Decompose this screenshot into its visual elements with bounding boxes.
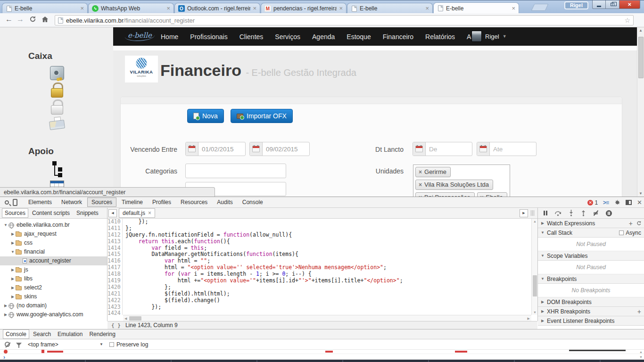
step-over-icon[interactable] xyxy=(554,210,561,216)
tab-close-icon[interactable]: × xyxy=(253,6,256,11)
nav-item-estoque[interactable]: Estoque xyxy=(344,33,373,41)
add-icon[interactable]: + xyxy=(629,221,633,226)
close-button[interactable]: ✕ xyxy=(619,0,640,9)
devtools-tab-sources[interactable]: Sources xyxy=(87,197,116,207)
line-number[interactable]: 1422 xyxy=(107,297,123,304)
section-header-event-listener-breakpoints[interactable]: ▶Event Listener Breakpoints xyxy=(538,316,644,326)
nav-item-financeiro[interactable]: Financeiro xyxy=(380,33,416,41)
expanded-arrow-icon[interactable]: ▼ xyxy=(3,221,8,230)
expanded-arrow-icon[interactable]: ▼ xyxy=(10,247,16,256)
scroll-down-icon[interactable]: ▼ xyxy=(533,311,537,314)
clear-console-icon[interactable] xyxy=(5,342,10,347)
page-scrollbar[interactable]: ▲ ▼ xyxy=(637,27,644,197)
settings-gear-icon[interactable] xyxy=(614,199,620,206)
browser-tab[interactable]: E-belle× xyxy=(433,2,519,14)
vencendo-to-input[interactable]: 09/02/2015 xyxy=(249,142,310,156)
scroll-up-icon[interactable]: ▲ xyxy=(639,350,643,354)
hierarchy-icon[interactable] xyxy=(48,160,65,176)
tab-close-icon[interactable]: × xyxy=(339,6,343,11)
ebelle-logo[interactable]: e-belle xyxy=(125,31,155,41)
tab-close-icon[interactable]: × xyxy=(166,6,170,11)
section-header-dom-breakpoints[interactable]: ▶DOM Breakpoints xyxy=(538,297,644,307)
tree-item-ajax-request[interactable]: ▶ajax_request xyxy=(0,230,107,239)
reload-button[interactable] xyxy=(27,16,38,25)
browser-tab[interactable]: Mpendencias - rigel.ferreira× xyxy=(261,3,347,14)
section-header-breakpoints[interactable]: ▼Breakpoints xyxy=(538,274,644,284)
forward-button[interactable]: → xyxy=(15,15,25,24)
devtools-close-icon[interactable]: ✕ xyxy=(637,199,642,206)
collapsed-arrow-icon[interactable]: ▶ xyxy=(3,310,8,319)
vencendo-from-input[interactable]: 01/02/2015 xyxy=(185,142,246,156)
scrollbar-thumb[interactable] xyxy=(129,316,141,321)
async-toggle[interactable]: Async xyxy=(619,230,641,236)
tree-item-account-register[interactable]: account_register xyxy=(0,256,107,265)
refresh-icon[interactable] xyxy=(636,221,641,226)
minimize-button[interactable] xyxy=(592,0,606,9)
line-number[interactable]: 1412 xyxy=(107,232,123,239)
dt-lancto-de-input[interactable]: De xyxy=(413,142,472,156)
new-tab-button[interactable] xyxy=(531,4,549,11)
padlock-gold-icon[interactable] xyxy=(48,82,65,98)
line-number[interactable]: 1417 xyxy=(107,264,123,271)
tab-close-icon[interactable]: × xyxy=(80,6,84,11)
dt-lancto-ate-input[interactable]: Ate xyxy=(477,142,537,156)
frame-selector[interactable]: <top frame>▼ xyxy=(28,341,103,348)
padlock-silver-icon[interactable] xyxy=(48,99,65,115)
safe-icon[interactable] xyxy=(48,65,65,81)
line-number[interactable]: 1421 xyxy=(107,291,123,297)
section-header-call-stack[interactable]: ▼Call StackAsync xyxy=(538,228,644,238)
line-number[interactable]: 1423 xyxy=(107,304,123,311)
scrollbar-thumb[interactable] xyxy=(533,275,537,296)
tree-item-www-google-analytics-com[interactable]: ▶www.google-analytics.com xyxy=(0,310,107,319)
dock-side-icon[interactable] xyxy=(626,200,632,205)
browser-tab[interactable]: E-belle× xyxy=(347,3,433,14)
address-bar[interactable]: ebelle.vilarika.com.br/financial/account… xyxy=(55,15,634,25)
device-mode-icon[interactable] xyxy=(13,199,17,206)
remove-tag-icon[interactable]: × xyxy=(419,181,422,188)
devtools-tab-timeline[interactable]: Timeline xyxy=(117,197,147,207)
editor-horizontal-scrollbar[interactable]: ◀ ▶ xyxy=(123,315,531,321)
scroll-left-icon[interactable]: ◀ xyxy=(124,317,127,321)
tree-item-css[interactable]: ▶css xyxy=(0,239,107,247)
devtools-tab-audits[interactable]: Audits xyxy=(213,197,237,207)
navigator-tab-snippets[interactable]: Snippets xyxy=(74,208,101,218)
tree-item-financial[interactable]: ▼financial xyxy=(0,247,107,256)
line-number[interactable]: 1414 xyxy=(107,245,123,252)
file-tab[interactable]: default.js× xyxy=(119,208,155,218)
section-header-watch-expressions[interactable]: ▶Watch Expressions+ xyxy=(538,219,644,228)
maximize-button[interactable] xyxy=(606,0,619,9)
tree-item-ebelle-vilarika-com-br[interactable]: ▼ebelle.vilarika.com.br xyxy=(0,221,107,230)
add-icon[interactable]: + xyxy=(637,309,641,314)
error-count-badge[interactable]: ✕1 xyxy=(587,199,598,206)
line-number[interactable]: 1411 xyxy=(107,225,123,232)
tree-item-skins[interactable]: ▶skins xyxy=(0,292,107,301)
step-into-icon[interactable] xyxy=(569,210,574,216)
pause-script-icon[interactable] xyxy=(544,211,547,215)
importar-ofx-button[interactable]: Importar OFX xyxy=(231,109,293,123)
section-header-scope-variables[interactable]: ▼Scope Variables xyxy=(538,251,644,261)
remove-tag-icon[interactable]: × xyxy=(419,169,422,175)
user-menu[interactable]: Rigel ▼ xyxy=(471,31,507,42)
devtools-tab-profiles[interactable]: Profiles xyxy=(148,197,175,207)
unidades-tag[interactable]: ×Ebelle xyxy=(477,192,507,197)
async-checkbox[interactable] xyxy=(619,230,624,235)
tree-item-libs[interactable]: ▶libs xyxy=(0,274,107,283)
scroll-up-icon[interactable]: ▲ xyxy=(533,220,537,223)
profile-button[interactable]: Rigel xyxy=(564,1,588,9)
pause-on-exceptions-icon[interactable] xyxy=(606,210,612,216)
collapsed-arrow-icon[interactable]: ▶ xyxy=(10,274,16,283)
nav-item-clientes[interactable]: Clientes xyxy=(237,33,266,41)
browser-tab[interactable]: WhatsApp Web× xyxy=(88,3,174,14)
collapsed-arrow-icon[interactable]: ▶ xyxy=(10,239,16,247)
console-prompt-row[interactable]: › xyxy=(0,354,644,360)
devtools-tab-elements[interactable]: Elements xyxy=(24,197,56,207)
preserve-log-toggle[interactable]: Preserve log xyxy=(109,341,148,348)
cash-register-icon[interactable] xyxy=(48,116,65,132)
pretty-print-icon[interactable]: { } xyxy=(111,322,121,329)
collapsed-arrow-icon[interactable]: ▶ xyxy=(3,301,8,310)
drawer-tab-emulation[interactable]: Emulation xyxy=(55,329,85,339)
line-number[interactable]: 1415 xyxy=(107,251,123,258)
categorias-input[interactable] xyxy=(185,164,286,178)
scroll-down-icon[interactable]: ▼ xyxy=(637,191,644,196)
home-button[interactable] xyxy=(40,16,50,25)
